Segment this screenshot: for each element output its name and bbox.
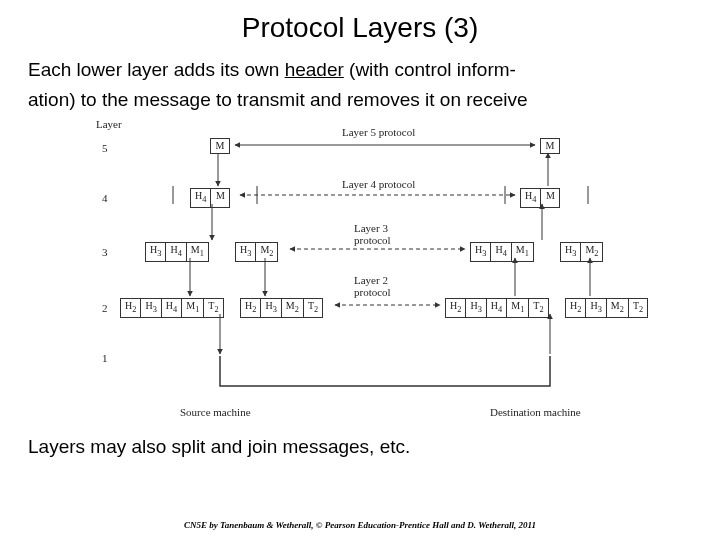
seg-H3: H3 xyxy=(586,299,606,317)
seg-H4: H4 xyxy=(487,299,507,317)
seg-M: M xyxy=(211,189,229,207)
diagram-arrows xyxy=(50,118,670,428)
intro-header-word: header xyxy=(285,59,344,80)
seg-M1: M1 xyxy=(507,299,529,317)
seg-M: M xyxy=(541,189,559,207)
label-destination-machine: Destination machine xyxy=(490,406,581,418)
slide-title: Protocol Layers (3) xyxy=(0,12,720,44)
seg-H3: H3 xyxy=(471,243,491,261)
dst-pdu-l3-b: H3 M2 xyxy=(560,242,603,262)
seg-H4: H4 xyxy=(491,243,511,261)
label-l5-protocol: Layer 5 protocol xyxy=(342,126,415,138)
seg-M: M xyxy=(541,139,559,153)
label-l2-protocol-a: Layer 2 xyxy=(354,274,388,286)
seg-M: M xyxy=(211,139,229,153)
dst-pdu-l2-b: H2 H3 M2 T2 xyxy=(565,298,648,318)
seg-H4: H4 xyxy=(521,189,541,207)
dst-pdu-l5: M xyxy=(540,138,560,154)
layer-column-header: Layer xyxy=(96,118,122,130)
copyright-footer: CN5E by Tanenbaum & Wetherall, © Pearson… xyxy=(0,520,720,530)
seg-T2: T2 xyxy=(204,299,222,317)
seg-T2: T2 xyxy=(529,299,547,317)
src-pdu-l2-a: H2 H3 H4 M1 T2 xyxy=(120,298,224,318)
seg-H3: H3 xyxy=(141,299,161,317)
src-pdu-l3-a: H3 H4 M1 xyxy=(145,242,209,262)
seg-M2: M2 xyxy=(282,299,304,317)
seg-H3: H3 xyxy=(146,243,166,261)
seg-M1: M1 xyxy=(182,299,204,317)
src-pdu-l4: H4 M xyxy=(190,188,230,208)
label-l3-protocol-a: Layer 3 xyxy=(354,222,388,234)
intro-a: Each lower layer adds its own xyxy=(28,59,285,80)
seg-H4: H4 xyxy=(162,299,182,317)
src-pdu-l3-b: H3 M2 xyxy=(235,242,278,262)
intro-line-2: ation) to the message to transmit and re… xyxy=(28,88,692,112)
seg-H2: H2 xyxy=(446,299,466,317)
layer-num-3: 3 xyxy=(102,246,108,258)
seg-M1: M1 xyxy=(187,243,208,261)
label-l4-protocol: Layer 4 protocol xyxy=(342,178,415,190)
layer-num-1: 1 xyxy=(102,352,108,364)
seg-H4: H4 xyxy=(191,189,211,207)
layer-num-5: 5 xyxy=(102,142,108,154)
intro-b: (with control inform- xyxy=(344,59,516,80)
label-l2-protocol-b: protocol xyxy=(354,286,391,298)
seg-H3: H3 xyxy=(236,243,256,261)
seg-T2: T2 xyxy=(629,299,647,317)
seg-H3: H3 xyxy=(261,299,281,317)
seg-H2: H2 xyxy=(566,299,586,317)
seg-H3: H3 xyxy=(466,299,486,317)
src-pdu-l2-b: H2 H3 M2 T2 xyxy=(240,298,323,318)
seg-H2: H2 xyxy=(241,299,261,317)
dst-pdu-l3-a: H3 H4 M1 xyxy=(470,242,534,262)
seg-M2: M2 xyxy=(607,299,629,317)
seg-H4: H4 xyxy=(166,243,186,261)
seg-M1: M1 xyxy=(512,243,533,261)
seg-M2: M2 xyxy=(256,243,277,261)
src-pdu-l5: M xyxy=(210,138,230,154)
seg-M2: M2 xyxy=(581,243,602,261)
dst-pdu-l2-a: H2 H3 H4 M1 T2 xyxy=(445,298,549,318)
seg-H2: H2 xyxy=(121,299,141,317)
bottom-caption: Layers may also split and join messages,… xyxy=(28,436,692,458)
seg-T2: T2 xyxy=(304,299,322,317)
layer-num-4: 4 xyxy=(102,192,108,204)
dst-pdu-l4: H4 M xyxy=(520,188,560,208)
label-source-machine: Source machine xyxy=(180,406,251,418)
intro-line-1: Each lower layer adds its own header (wi… xyxy=(28,58,692,82)
label-l3-protocol-b: protocol xyxy=(354,234,391,246)
protocol-diagram: Layer 5 4 3 2 1 Layer 5 protocol Layer 4… xyxy=(50,118,670,428)
layer-num-2: 2 xyxy=(102,302,108,314)
seg-H3: H3 xyxy=(561,243,581,261)
